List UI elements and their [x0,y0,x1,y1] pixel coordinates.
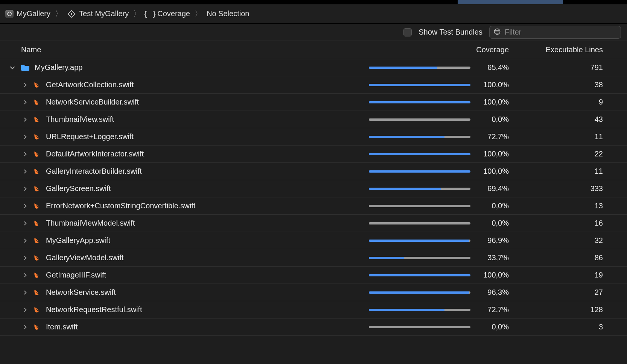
column-name[interactable]: Name [0,46,369,54]
swift-icon [33,306,41,314]
coverage-percent: 72,7% [479,305,509,314]
table-row[interactable]: GalleryScreen.swift 69,4% 333 [0,180,627,197]
breadcrumb-selection[interactable]: No Selection [207,9,249,18]
table-row[interactable]: Item.swift 0,0% 3 [0,318,627,336]
coverage-percent: 69,4% [479,184,509,193]
table-row[interactable]: MyGalleryApp.swift 96,9% 32 [0,232,627,249]
chevron-right-icon[interactable] [22,99,29,106]
breadcrumb: MyGallery 〉 Test MyGallery 〉 { } Coverag… [0,4,627,24]
coverage-bar [369,205,470,207]
table-row[interactable]: NetworkService.swift 96,3% 27 [0,284,627,301]
coverage-bar [369,67,470,69]
table-row[interactable]: NetworkServiceBuilder.swift 100,0% 9 [0,94,627,111]
filter-field[interactable] [489,26,621,39]
coverage-bar [369,84,470,86]
chevron-right-icon: 〉 [132,9,142,19]
coverage-table: MyGallery.app 65,4% 791 GetArtworkCollec… [0,59,627,336]
chevron-right-icon[interactable] [22,306,29,313]
swift-icon [33,81,41,89]
chevron-right-icon[interactable] [22,116,29,123]
column-lines[interactable]: Executable Lines [519,46,613,54]
chevron-right-icon: 〉 [54,9,63,19]
coverage-percent: 33,7% [479,253,509,262]
coverage-percent: 100,0% [479,271,509,279]
breadcrumb-project[interactable]: MyGallery [5,9,50,18]
coverage-percent: 100,0% [479,98,509,106]
table-row[interactable]: GalleryInteractorBuilder.swift 100,0% 11 [0,163,627,180]
swift-icon [33,219,41,228]
executable-lines: 791 [519,63,613,72]
executable-lines: 128 [519,305,613,314]
table-row[interactable]: ThumbnailViewModel.swift 0,0% 16 [0,215,627,232]
breadcrumb-project-label: MyGallery [17,9,50,18]
filter-input[interactable] [505,28,617,36]
chevron-right-icon[interactable] [22,255,29,261]
coverage-bar [369,136,470,138]
chevron-right-icon[interactable] [22,237,29,244]
breadcrumb-coverage[interactable]: { } Coverage [145,9,190,18]
table-row[interactable]: URLRequest+Logger.swift 72,7% 11 [0,128,627,146]
executable-lines: 38 [519,80,613,89]
chevron-right-icon[interactable] [22,203,29,209]
table-row[interactable]: ErrorNetwork+CustomStringConvertible.swi… [0,197,627,215]
folder-icon [20,64,30,71]
table-row[interactable]: GetImageIIIF.swift 100,0% 19 [0,267,627,284]
swift-icon [33,133,41,141]
column-coverage[interactable]: Coverage [369,46,519,54]
file-name: ThumbnailViewModel.swift [46,219,135,228]
filter-bar: Show Test Bundles [0,24,627,41]
table-row[interactable]: GalleryViewModel.swift 33,7% 86 [0,249,627,267]
executable-lines: 22 [519,150,613,158]
file-name: NetworkRequestRestful.swift [46,305,142,314]
swift-icon [33,167,41,176]
swift-icon [33,115,41,124]
file-name: MyGallery.app [35,63,82,72]
swift-icon [33,271,41,279]
swift-icon [33,288,41,297]
coverage-bar [369,257,470,259]
table-row-app[interactable]: MyGallery.app 65,4% 791 [0,59,627,76]
chevron-right-icon[interactable] [22,133,29,140]
chevron-right-icon[interactable] [22,220,29,227]
executable-lines: 27 [519,288,613,297]
show-test-bundles-checkbox[interactable] [403,28,412,36]
file-name: URLRequest+Logger.swift [46,132,134,141]
table-row[interactable]: NetworkRequestRestful.swift 72,7% 128 [0,301,627,318]
executable-lines: 9 [519,98,613,106]
show-test-bundles-label: Show Test Bundles [419,28,482,36]
breadcrumb-scheme-label: Test MyGallery [79,9,129,18]
table-row[interactable]: DefaultArtworkInteractor.swift 100,0% 22 [0,146,627,163]
chevron-right-icon[interactable] [22,185,29,192]
coverage-percent: 100,0% [479,150,509,158]
executable-lines: 11 [519,167,613,176]
chevron-down-icon[interactable] [9,64,16,71]
braces-icon: { } [145,9,154,18]
tag-icon [67,9,76,18]
coverage-bar [369,274,470,276]
chevron-right-icon[interactable] [22,82,29,88]
file-name: MyGalleryApp.swift [46,236,110,245]
file-name: ThumbnailView.swift [46,115,114,124]
filter-scope-icon[interactable] [493,28,501,37]
chevron-right-icon[interactable] [22,272,29,279]
coverage-percent: 0,0% [479,115,509,124]
coverage-bar [369,118,470,121]
file-name: GalleryInteractorBuilder.swift [46,167,142,176]
coverage-bar [369,309,470,311]
chevron-right-icon[interactable] [22,168,29,175]
coverage-bar [369,188,470,190]
coverage-bar [369,101,470,103]
chevron-right-icon[interactable] [22,324,29,331]
file-name: GalleryViewModel.swift [46,253,123,262]
breadcrumb-scheme[interactable]: Test MyGallery [67,9,129,18]
table-row[interactable]: GetArtworkCollection.swift 100,0% 38 [0,76,627,94]
file-name: GetArtworkCollection.swift [46,80,134,89]
chevron-right-icon: 〉 [194,9,203,19]
swift-icon [33,98,41,106]
executable-lines: 16 [519,219,613,228]
chevron-right-icon[interactable] [22,289,29,296]
chevron-right-icon[interactable] [22,151,29,158]
executable-lines: 32 [519,236,613,245]
table-row[interactable]: ThumbnailView.swift 0,0% 43 [0,111,627,128]
file-name: GetImageIIIF.swift [46,271,106,279]
